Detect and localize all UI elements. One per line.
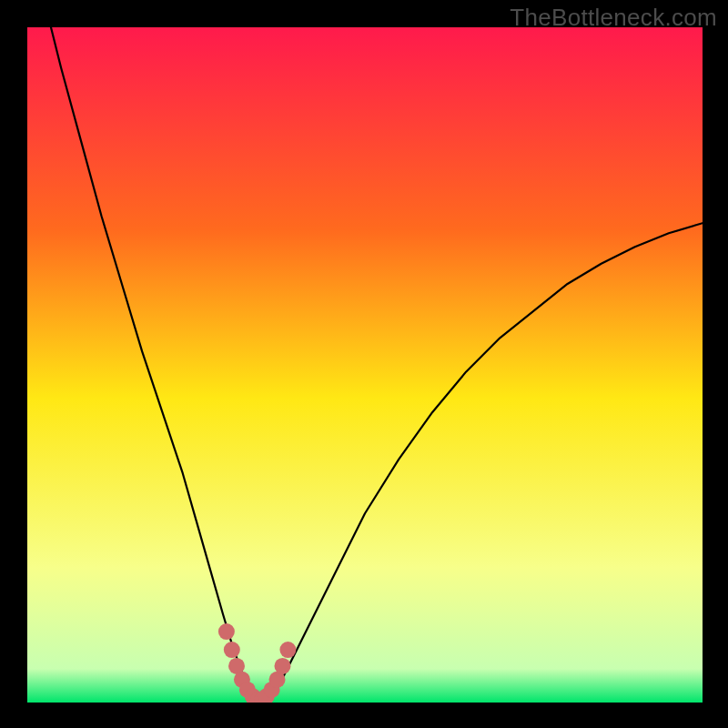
highlight-dot (218, 623, 235, 640)
highlight-dot (274, 658, 290, 674)
highlight-dot (224, 642, 240, 658)
plot-background (27, 27, 703, 703)
watermark-text: TheBottleneck.com (510, 4, 717, 32)
chart-svg (0, 0, 728, 728)
highlight-dot (279, 642, 296, 658)
chart-frame: TheBottleneck.com (0, 0, 728, 728)
